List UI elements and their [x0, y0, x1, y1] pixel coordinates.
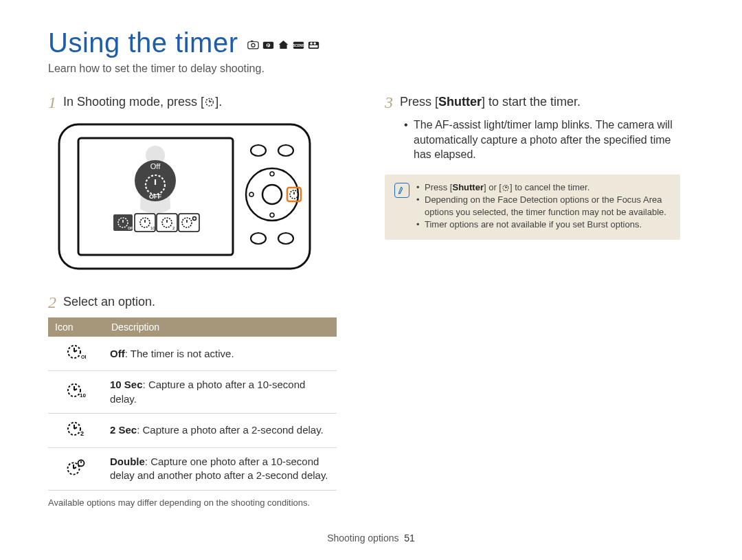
- text-fragment: In Shooting mode, press [: [63, 95, 204, 109]
- movie-icon: [308, 40, 319, 49]
- table-header-row: Icon Description: [48, 317, 337, 337]
- mode-icons: P SCENE: [247, 40, 319, 49]
- svg-text:OFF: OFF: [149, 193, 161, 200]
- svg-text:10: 10: [80, 392, 86, 399]
- svg-point-9: [311, 43, 313, 45]
- svg-text:2: 2: [80, 430, 84, 437]
- cell-icon: OFF: [48, 337, 104, 371]
- step-number: 1: [48, 94, 56, 111]
- timer-off-icon: OFF: [67, 344, 86, 360]
- cell-icon: 2: [48, 413, 104, 447]
- options-table: Icon Description OFF Off: The timer is n…: [48, 317, 337, 491]
- timer-10s-icon: 10: [67, 382, 86, 399]
- cell-desc: 2 Sec: Capture a photo after a 2-second …: [104, 413, 337, 447]
- svg-rect-2: [251, 41, 254, 42]
- step-3-text: Press [Shutter] to start the timer.: [400, 94, 581, 110]
- svg-point-47: [278, 145, 293, 156]
- step-1-text: In Shooting mode, press [].: [63, 94, 222, 110]
- note-list: Press [Shutter] or [] to cancel the time…: [416, 181, 671, 232]
- text-fragment: ] or [: [484, 182, 502, 192]
- content-columns: 1 In Shooting mode, press [].: [48, 94, 694, 508]
- svg-point-42: [270, 213, 274, 217]
- table-row: OFF Off: The timer is not active.: [48, 337, 337, 371]
- svg-text:10: 10: [150, 226, 155, 230]
- page: Using the timer P SCENE Learn how to set…: [0, 0, 742, 560]
- timer-icon: [502, 183, 510, 192]
- title-row: Using the timer P SCENE: [48, 27, 694, 58]
- step-2: 2 Select an option.: [48, 294, 344, 311]
- svg-point-39: [262, 185, 282, 204]
- svg-text:P: P: [267, 43, 270, 47]
- step-2-text: Select an option.: [63, 294, 155, 310]
- screen-off-label: Off: [150, 162, 161, 170]
- step-number: 3: [385, 94, 393, 111]
- text-fragment: Shutter: [452, 182, 484, 192]
- table-row: Double: Capture one photo after a 10-sec…: [48, 448, 337, 491]
- footer: Shooting options 51: [0, 533, 742, 544]
- svg-point-43: [249, 192, 254, 197]
- cell-desc: 10 Sec: Capture a photo after a 10-secon…: [104, 371, 337, 414]
- picture-icon: [278, 40, 289, 49]
- timer-icon: [204, 96, 215, 107]
- svg-point-41: [270, 172, 274, 176]
- svg-point-48: [251, 233, 266, 244]
- note-item: Press [Shutter] or [] to cancel the time…: [416, 181, 671, 194]
- cell-icon: 10: [48, 371, 104, 414]
- left-column: 1 In Shooting mode, press [].: [48, 94, 344, 508]
- svg-rect-11: [310, 45, 318, 47]
- svg-point-46: [251, 145, 266, 156]
- table-header-icon: Icon: [48, 317, 104, 337]
- step-1: 1 In Shooting mode, press [].: [48, 94, 344, 111]
- cell-desc: Off: The timer is not active.: [104, 337, 337, 371]
- svg-text:OFF: OFF: [128, 226, 135, 230]
- svg-text:OFF: OFF: [81, 355, 86, 359]
- note-item: Timer options are not available if you s…: [416, 219, 671, 231]
- table-row: 10 10 Sec: Capture a photo after a 10-se…: [48, 371, 337, 414]
- cell-icon: [48, 448, 104, 491]
- cell-desc: Double: Capture one photo after a 10-sec…: [104, 448, 337, 491]
- timer-double-icon: [66, 459, 87, 475]
- program-icon: P: [262, 40, 274, 49]
- svg-point-49: [278, 233, 293, 244]
- table-row: 2 2 Sec: Capture a photo after a 2-secon…: [48, 413, 337, 447]
- footer-section: Shooting options: [327, 533, 398, 544]
- text-fragment: Shutter: [438, 95, 482, 109]
- page-title: Using the timer: [48, 27, 238, 58]
- camera-illustration: Off OFF OFF 10: [58, 117, 344, 275]
- note-box: Press [Shutter] or [] to cancel the time…: [385, 175, 680, 240]
- timer-2s-icon: 2: [67, 421, 86, 437]
- text-fragment: ] to start the timer.: [482, 95, 581, 109]
- text-fragment: Press [: [425, 182, 452, 192]
- scene-icon: SCENE: [293, 40, 304, 49]
- note-item: Depending on the Face Detection options …: [416, 194, 671, 219]
- step-3-bullets: The AF-assist light/timer lamp blinks. T…: [404, 117, 680, 162]
- svg-rect-8: [308, 42, 319, 49]
- step-number: 2: [48, 294, 56, 311]
- svg-point-10: [314, 43, 316, 45]
- note-icon: [394, 183, 409, 198]
- text-fragment: Press [: [400, 95, 438, 109]
- smart-icon: [247, 40, 259, 49]
- right-column: 3 Press [Shutter] to start the timer. Th…: [385, 94, 680, 508]
- step-3: 3 Press [Shutter] to start the timer.: [385, 94, 680, 111]
- svg-point-1: [251, 43, 255, 47]
- table-footnote: Available options may differ depending o…: [48, 497, 344, 508]
- text-fragment: ].: [215, 95, 222, 109]
- svg-text:SCENE: SCENE: [293, 44, 304, 47]
- svg-rect-0: [248, 42, 258, 49]
- footer-page: 51: [404, 533, 415, 544]
- page-subtitle: Learn how to set the timer to delay shoo…: [48, 63, 694, 75]
- table-header-desc: Description: [104, 317, 337, 337]
- bullet-item: The AF-assist light/timer lamp blinks. T…: [404, 117, 680, 162]
- text-fragment: ] to cancel the timer.: [510, 182, 589, 192]
